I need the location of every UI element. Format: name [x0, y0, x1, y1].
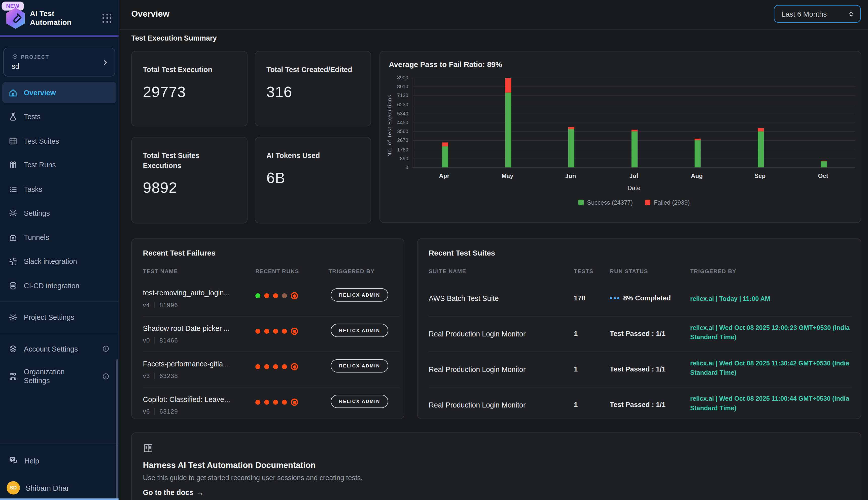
table-row[interactable]: Facets-performance-gitla... v363238 RELI…: [143, 352, 399, 388]
home-icon: [8, 88, 17, 97]
suite-triggered-by[interactable]: relicx.ai | Wed Oct 08 2025 12:00:23 GMT…: [690, 323, 852, 342]
triggered-by-button[interactable]: RELICX ADMIN: [331, 288, 388, 302]
sidebar-item-test-runs[interactable]: Test Runs: [2, 155, 116, 176]
run-status-dot[interactable]: [273, 400, 278, 405]
sidebar-item-organization-settings[interactable]: Organization Settings: [2, 362, 116, 390]
run-status-dot[interactable]: [255, 293, 260, 298]
y-tick-label: 8900: [386, 75, 408, 80]
chart-legend: Success (24377)Failed (2939): [413, 199, 855, 206]
table-row[interactable]: Shadow root Date picker ... v081466 RELI…: [143, 317, 399, 352]
column-header: TEST NAME: [143, 269, 178, 274]
recent-runs: [255, 328, 298, 335]
bar-success-segment: [568, 129, 574, 168]
table-row[interactable]: Real Production Login Monitor 1 Test Pas…: [429, 352, 852, 388]
app-root: NEW AI TestAutomation PROJECT sd: [0, 0, 868, 500]
run-status-dot[interactable]: [264, 400, 269, 405]
run-status-dot[interactable]: [255, 400, 260, 405]
sidebar-item-slack-integration[interactable]: Slack integration: [2, 251, 116, 272]
suite-tests: 1: [574, 365, 578, 373]
triggered-by-button[interactable]: RELICX ADMIN: [331, 395, 388, 408]
chevron-right-icon: [102, 58, 109, 68]
sidebar-item-tunnels[interactable]: Tunnels: [2, 227, 116, 248]
user-menu[interactable]: SD Shibam Dhar: [2, 481, 116, 495]
main-content: Overview Last 6 Months Test Execution Su…: [120, 0, 868, 500]
recent-runs: [255, 292, 298, 299]
run-status-dot[interactable]: [291, 292, 298, 299]
table-row[interactable]: Copilot: Classified: Leave... v663129 RE…: [143, 388, 399, 419]
table-row[interactable]: Real Production Login Monitor 1 Test Pas…: [429, 388, 852, 419]
stat-card-total-test-created: Total Test Created/Edited 316: [255, 51, 371, 126]
column-header: SUITE NAME: [429, 269, 466, 274]
gridline: [413, 113, 855, 114]
x-tick-label: Sep: [743, 172, 777, 179]
run-status-dot[interactable]: [255, 364, 260, 369]
column-header: TRIGGERED BY: [690, 269, 736, 274]
suite-triggered-by[interactable]: relicx.ai | Today | 11:00 AM: [690, 294, 852, 304]
recent-test-suites-panel: Recent Test Suites SUITE NAME TESTS RUN …: [417, 238, 861, 419]
sidebar-item-account-settings[interactable]: Account Settings: [2, 338, 116, 359]
run-status-dot[interactable]: [282, 364, 287, 369]
sidebar-scrollbar[interactable]: [116, 359, 118, 500]
stat-card-total-suite-executions: Total Test Suites Executions 9892: [131, 137, 247, 223]
date-range-select[interactable]: Last 6 Months: [774, 5, 861, 23]
org-chart-icon: [8, 372, 17, 381]
sidebar-item-tests[interactable]: Tests: [2, 106, 116, 127]
triggered-by-button[interactable]: RELICX ADMIN: [331, 359, 388, 373]
y-tick-label: 890: [386, 156, 408, 161]
bar-failed-segment: [568, 127, 574, 129]
page-title: Overview: [131, 9, 169, 19]
suite-name: Real Production Login Monitor: [429, 330, 562, 338]
info-icon[interactable]: [102, 345, 110, 353]
run-status-dot[interactable]: [273, 329, 278, 334]
sidebar-item-settings[interactable]: Settings: [2, 203, 116, 224]
table-row[interactable]: AWS Batch Test Suite 170 8% Completed re…: [429, 281, 852, 317]
app-header: AI TestAutomation: [5, 8, 113, 29]
go-to-docs-link[interactable]: Go to the docs →: [143, 488, 204, 497]
sidebar-item-tasks[interactable]: Tasks: [2, 179, 116, 200]
run-status-dot[interactable]: [255, 329, 260, 334]
run-status-dot[interactable]: [273, 364, 278, 369]
table-row[interactable]: test-removing_auto_login... v481996 RELI…: [143, 281, 399, 317]
x-tick-label: Aug: [680, 172, 713, 179]
sidebar-item-overview[interactable]: Overview: [2, 82, 116, 103]
stat-card-ai-tokens: AI Tokens Used 6B: [255, 137, 371, 223]
help-button[interactable]: Help: [2, 450, 116, 471]
stat-value: 9892: [143, 180, 236, 197]
sidebar-item-test-suites[interactable]: Test Suites: [2, 130, 116, 151]
info-icon[interactable]: [102, 372, 110, 380]
run-status-dot[interactable]: [282, 293, 287, 298]
bar-success-segment: [505, 93, 511, 167]
failures-rows: test-removing_auto_login... v481996 RELI…: [143, 281, 399, 419]
app-grid-icon[interactable]: [103, 14, 112, 23]
bar-aug: [694, 138, 700, 167]
run-status-dot[interactable]: [291, 399, 298, 406]
run-status-dot[interactable]: [282, 400, 287, 405]
run-status-dot[interactable]: [264, 364, 269, 369]
triggered-by-button[interactable]: RELICX ADMIN: [331, 324, 388, 337]
run-status-dot[interactable]: [291, 328, 298, 335]
suite-tests: 1: [574, 401, 578, 409]
run-status-dot[interactable]: [273, 293, 278, 298]
run-status-dot[interactable]: [291, 363, 298, 371]
run-status-dot[interactable]: [264, 329, 269, 334]
suite-triggered-by[interactable]: relicx.ai | Wed Oct 08 2025 11:00:44 GMT…: [690, 394, 852, 413]
sidebar-item-cicd-integration[interactable]: CI-CD integration: [2, 275, 116, 296]
test-name: Facets-performance-gitla...: [143, 360, 248, 368]
bar-success-segment: [694, 140, 700, 167]
gear-icon: [8, 208, 17, 218]
sidebar-horizontal-scrollbar[interactable]: [0, 499, 119, 500]
sidebar-item-project-settings[interactable]: Project Settings: [2, 306, 116, 328]
run-status-dot[interactable]: [264, 293, 269, 298]
legend-label: Failed (2939): [654, 199, 690, 206]
table-row[interactable]: Real Production Login Monitor 1 Test Pas…: [429, 317, 852, 352]
gridline: [413, 78, 855, 78]
suite-triggered-by[interactable]: relicx.ai | Wed Oct 08 2025 11:30:42 GMT…: [690, 359, 852, 377]
run-status-dot[interactable]: [282, 329, 287, 334]
project-selector[interactable]: PROJECT sd: [3, 48, 115, 76]
suite-name: AWS Batch Test Suite: [429, 294, 562, 303]
table-icon: [8, 136, 17, 145]
suite-run-status: Test Passed : 1/1: [610, 401, 688, 409]
suite-name: Real Production Login Monitor: [429, 401, 562, 409]
gridline: [413, 105, 855, 105]
accent-divider: [0, 35, 119, 36]
